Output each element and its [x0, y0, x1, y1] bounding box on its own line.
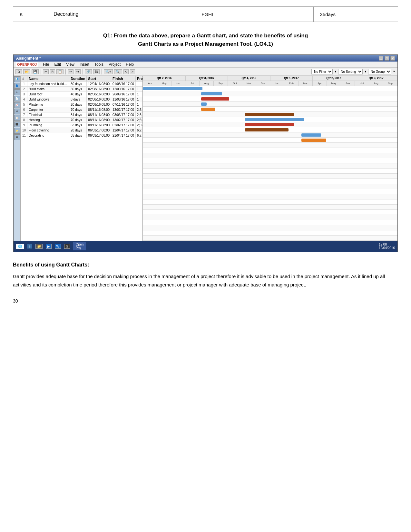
minimize-button[interactable]: _ [379, 56, 383, 61]
gantt-icon-more2[interactable]: 📋 [14, 115, 20, 121]
task-duration: 30 days [69, 87, 87, 92]
gantt-empty-row [143, 189, 397, 194]
page-number: 30 [13, 298, 398, 304]
quarter-q3-2017: Qtr 3, 2017 [355, 76, 398, 81]
restore-button[interactable]: □ [385, 56, 389, 61]
table-row: 6 Carpenter 70 days 08/11/16 08:00 13/02… [21, 107, 143, 112]
month-jan17: Jan [270, 81, 284, 86]
task-data-table: # Name Duration Start Finish Predec. 1 L… [21, 76, 143, 138]
toolbar-copy[interactable]: ⎘ [50, 69, 55, 74]
gantt-empty-row [143, 179, 397, 184]
task-predec: 1 [135, 92, 143, 97]
taskbar-word-icon[interactable]: W [55, 244, 61, 249]
task-name: Carpenter [27, 107, 69, 112]
gantt-icon-more5[interactable]: ▦ [14, 134, 20, 140]
task-finish: 07/11/16 17:00 [111, 102, 136, 107]
table-row: 7 Electrical 84 days 08/11/16 08:00 03/0… [21, 112, 143, 118]
toolbar-left[interactable]: < [123, 69, 129, 74]
toolbar-new[interactable]: 🗋 [15, 69, 22, 74]
task-duration: 70 days [69, 118, 87, 123]
menu-edit[interactable]: Edit [54, 62, 61, 67]
gantt-icon-more4[interactable]: 📁 [14, 128, 20, 134]
table-row: 3 Build roof 40 days 02/08/16 08:00 26/0… [21, 92, 143, 97]
task-finish: 12/04/17 17:00 [111, 128, 136, 133]
menu-help[interactable]: Help [126, 62, 134, 67]
task-duration: 35 days [69, 133, 87, 138]
task-start: 08/11/16 08:00 [87, 107, 111, 112]
task-num: 11 [21, 133, 27, 138]
gantt-empty-row [143, 158, 397, 163]
menu-insert[interactable]: Insert [80, 62, 89, 67]
taskbar-folder-icon[interactable]: 📁 [35, 244, 43, 249]
task-name: Plastering [27, 102, 69, 107]
gantt-icon-table[interactable]: 🗂 [14, 89, 20, 95]
filter-select[interactable]: No Filter [311, 69, 333, 74]
taskbar-chrome-icon[interactable]: G [64, 244, 70, 249]
col-duration: Duration [69, 76, 87, 82]
gantt-empty-row [143, 194, 397, 199]
taskbar-play-icon[interactable]: ▶ [46, 244, 52, 249]
month-may17: May [327, 81, 341, 86]
benefits-paragraph: Gantt provides adequate base for the dec… [13, 272, 398, 289]
quarter-q2-2017: Qtr 2, 2017 [313, 76, 355, 81]
toolbar-zoom-out[interactable]: 🔍- [114, 69, 122, 74]
toolbar-paste[interactable]: 📋 [56, 69, 64, 74]
toolbar-save[interactable]: 💾 [32, 69, 39, 74]
gantt-icon-reports[interactable]: 📄 [14, 96, 20, 102]
gantt-bar-row [143, 91, 397, 96]
gantt-icon-more1[interactable]: ⚙ [14, 109, 20, 114]
toolbar-separator-3 [83, 69, 83, 74]
toolbar-separator-1 [41, 69, 41, 74]
task-predec: 2;3;4;5 [135, 112, 143, 118]
sort-select[interactable]: No Sorting [338, 69, 363, 74]
gantt-titlebar: Assignment * _ □ ✕ [14, 55, 397, 62]
toolbar-redo[interactable]: ↪ [75, 69, 81, 74]
quarter-q2-2016: Qtr 2, 2016 [143, 76, 186, 81]
gantt-bar-task-8 [245, 123, 294, 126]
task-finish: 13/02/17 17:00 [111, 107, 136, 112]
gantt-icon-res[interactable]: 👤 [14, 83, 20, 89]
gantt-empty-row [143, 153, 397, 158]
gantt-body: 📊 👤 🗂 📄 📈 ⚙ 📋 ⬛ 📁 ▦ # Name Duration Star… [14, 76, 397, 241]
quarter-q4-2016: Qtr 4, 2016 [228, 76, 270, 81]
col-start: Start [87, 76, 111, 82]
taskbar-ie-icon[interactable]: e [27, 244, 32, 249]
sort-arrow: ▼ [364, 70, 367, 73]
month-jun17: Jun [341, 81, 355, 86]
task-name: Build roof [27, 92, 69, 97]
menu-view[interactable]: View [66, 62, 74, 67]
menu-tools[interactable]: Tools [94, 62, 103, 67]
toolbar-zoom-in[interactable]: 🔍+ [104, 69, 113, 74]
gantt-empty-row [143, 220, 397, 225]
task-start: 02/08/16 08:00 [87, 102, 111, 107]
gantt-bar-task-5 [201, 108, 215, 111]
month-sep17: Sep [383, 81, 397, 86]
gantt-icon-gantt[interactable]: 📊 [14, 76, 20, 82]
gantt-bar-row [143, 107, 397, 112]
toolbar-unlink[interactable]: ⛓ [93, 69, 100, 74]
close-button[interactable]: ✕ [390, 56, 395, 61]
gantt-bar-task-4 [201, 102, 207, 106]
toolbar-link[interactable]: 🔗 [85, 69, 92, 74]
group-select[interactable]: No Group [368, 69, 391, 74]
toolbar-right[interactable]: > [130, 69, 135, 74]
gantt-empty-row [143, 230, 397, 236]
gantt-icon-more3[interactable]: ⬛ [14, 121, 20, 127]
task-finish: 02/02/17 17:00 [111, 123, 136, 128]
benefits-heading: Benefits of using Gantt Charts: [13, 262, 398, 268]
taskbar-openproj-btn[interactable]: OpenProj [73, 242, 86, 250]
gantt-icon-charts[interactable]: 📈 [14, 102, 20, 108]
toolbar-open[interactable]: 📂 [23, 69, 30, 74]
gantt-empty-row [143, 184, 397, 189]
task-duration: 40 days [69, 92, 87, 97]
menu-file[interactable]: File [43, 62, 49, 67]
col-name: Name [27, 76, 69, 82]
month-jul17: Jul [355, 81, 369, 86]
month-dec16: Dec [256, 81, 270, 86]
toolbar-cut[interactable]: ✂ [43, 69, 49, 74]
gantt-task-table: # Name Duration Start Finish Predec. 1 L… [21, 76, 143, 241]
gantt-bar-row [143, 117, 397, 122]
task-start: 02/08/16 08:00 [87, 87, 111, 92]
menu-project[interactable]: Project [109, 62, 121, 67]
toolbar-undo[interactable]: ↩ [68, 69, 73, 74]
